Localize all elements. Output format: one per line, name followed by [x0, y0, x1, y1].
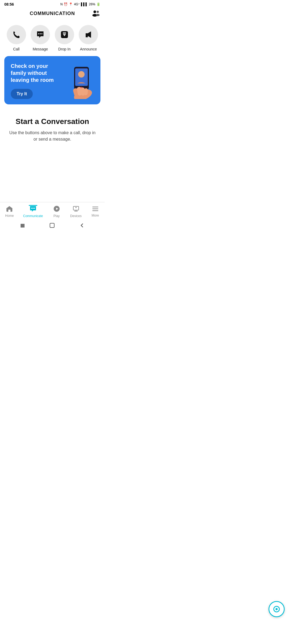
- bottom-nav: Home Communicate Play: [0, 202, 105, 220]
- announce-icon: [84, 30, 93, 39]
- svg-point-24: [31, 208, 32, 209]
- svg-point-0: [93, 10, 96, 13]
- nav-play[interactable]: Play: [49, 204, 65, 219]
- nav-home[interactable]: Home: [1, 205, 17, 219]
- alarm-icon: ⏰: [64, 2, 68, 6]
- play-icon: [53, 206, 60, 212]
- status-icons: N ⏰ 📍 4G⁺ ▌▌▌ 26% 🔋: [60, 2, 100, 6]
- promo-phone-svg: [60, 64, 95, 99]
- message-circle: [31, 25, 50, 44]
- svg-point-2: [97, 11, 99, 13]
- contacts-icon: [92, 9, 100, 17]
- promo-heading: Check on your family without leaving the…: [11, 63, 60, 83]
- recent-apps-button[interactable]: [20, 223, 25, 229]
- promo-illustration: [60, 64, 95, 99]
- message-icon: [36, 30, 45, 39]
- status-bar: 08:56 N ⏰ 📍 4G⁺ ▌▌▌ 26% 🔋: [0, 0, 105, 8]
- action-row: Call Message Drop In: [0, 20, 105, 54]
- dropin-circle: [55, 25, 74, 44]
- dropin-label: Drop In: [58, 47, 71, 51]
- dropin-icon: [60, 30, 69, 39]
- home-button[interactable]: [49, 223, 55, 229]
- svg-rect-32: [92, 210, 98, 211]
- nav-devices-label: Devices: [70, 214, 82, 218]
- home-nav-icon: [49, 223, 55, 228]
- home-icon: [6, 206, 13, 212]
- message-action[interactable]: Message: [31, 25, 50, 51]
- svg-point-5: [40, 33, 41, 34]
- svg-rect-31: [92, 208, 98, 209]
- nav-home-label: Home: [5, 214, 14, 218]
- svg-rect-36: [50, 223, 54, 228]
- devices-icon: [73, 206, 79, 212]
- svg-point-3: [96, 14, 100, 16]
- announce-circle: [79, 25, 98, 44]
- svg-point-25: [32, 208, 34, 209]
- svg-point-14: [78, 71, 85, 78]
- nav-play-label: Play: [53, 214, 60, 218]
- network-bars: ▌▌▌: [81, 2, 88, 6]
- nav-devices[interactable]: Devices: [67, 204, 84, 219]
- phone-icon: [12, 30, 21, 39]
- svg-rect-30: [92, 207, 98, 207]
- svg-rect-35: [23, 224, 24, 228]
- active-indicator: [29, 205, 37, 206]
- svg-rect-34: [22, 224, 23, 228]
- nav-play-icon-wrap: [53, 206, 60, 213]
- svg-point-4: [38, 33, 39, 34]
- nav-communicate[interactable]: Communicate: [20, 204, 46, 219]
- call-circle: [7, 25, 26, 44]
- battery-icon: 🔋: [96, 2, 100, 6]
- conversation-subtitle: Use the buttons above to make a call, dr…: [8, 130, 97, 142]
- communicate-icon: [30, 206, 37, 212]
- nfc-icon: N: [60, 2, 63, 6]
- page-title: COMMUNICATION: [30, 11, 75, 16]
- nav-more[interactable]: More: [87, 205, 103, 218]
- conversation-title: Start a Conversation: [16, 117, 89, 126]
- promo-text-area: Check on your family without leaving the…: [11, 63, 60, 99]
- nav-devices-icon-wrap: [73, 206, 79, 213]
- call-label: Call: [13, 47, 20, 51]
- svg-rect-9: [63, 32, 66, 34]
- nav-communicate-icon-wrap: [30, 206, 37, 213]
- header: COMMUNICATION: [0, 8, 105, 20]
- announce-action[interactable]: Announce: [79, 25, 98, 51]
- svg-rect-11: [86, 36, 88, 37]
- try-it-button[interactable]: Try It: [11, 89, 33, 99]
- recent-apps-icon: [20, 223, 25, 228]
- location-icon: 📍: [69, 2, 73, 6]
- system-nav-bar: [0, 220, 105, 232]
- message-label: Message: [33, 47, 48, 51]
- svg-point-26: [34, 208, 35, 209]
- nav-more-icon-wrap: [92, 206, 99, 213]
- battery-percent: 26%: [89, 2, 95, 6]
- more-icon: [92, 206, 99, 211]
- announce-label: Announce: [80, 47, 97, 51]
- contacts-button[interactable]: [92, 9, 100, 18]
- svg-point-6: [41, 33, 42, 34]
- nav-home-icon-wrap: [6, 206, 13, 213]
- back-icon: [79, 223, 85, 228]
- nav-communicate-label: Communicate: [23, 214, 43, 218]
- status-time: 08:56: [4, 2, 14, 6]
- dropin-action[interactable]: Drop In: [55, 25, 74, 51]
- svg-rect-23: [8, 210, 10, 212]
- call-action[interactable]: Call: [7, 25, 26, 51]
- svg-rect-33: [21, 224, 22, 228]
- svg-marker-22: [6, 206, 13, 208]
- nav-more-label: More: [92, 214, 99, 217]
- signal-icon: 4G⁺: [74, 2, 80, 6]
- promo-banner: Check on your family without leaving the…: [4, 56, 100, 104]
- back-button[interactable]: [79, 223, 85, 229]
- conversation-section: Start a Conversation Use the buttons abo…: [0, 107, 105, 202]
